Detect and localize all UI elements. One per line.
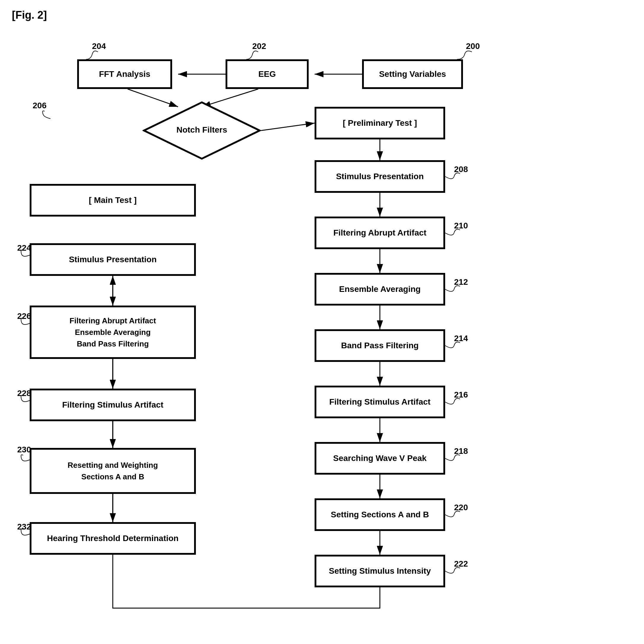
svg-text:Notch Filters: Notch Filters (176, 125, 227, 134)
resetting-weighting-box: Resetting and Weighting Sections A and B (30, 448, 196, 494)
setting-variables-box: Setting Variables (362, 59, 463, 89)
eeg-box: EEG (225, 59, 308, 89)
filtering-stimulus-artifact-right-box: Filtering Stimulus Artifact (314, 386, 445, 418)
ref-200: 200 (466, 42, 480, 51)
ref-218: 218 (454, 446, 468, 456)
ref-204: 204 (92, 42, 106, 51)
hearing-threshold-determination-box: Hearing Threshold Determination (30, 522, 196, 555)
band-pass-filtering-right-box: Band Pass Filtering (314, 329, 445, 362)
preliminary-test-box: [ Preliminary Test ] (314, 107, 445, 139)
searching-wave-v-peak-box: Searching Wave V Peak (314, 442, 445, 475)
stimulus-presentation-right-box: Stimulus Presentation (314, 160, 445, 193)
ref-232: 232 (17, 522, 31, 532)
ref-212: 212 (454, 277, 468, 287)
ref-214: 214 (454, 334, 468, 343)
ref-208: 208 (454, 165, 468, 174)
ref-228: 228 (17, 389, 31, 398)
ref-202: 202 (252, 42, 266, 51)
fig-label: [Fig. 2] (12, 9, 47, 21)
ref-230: 230 (17, 445, 31, 454)
filtering-stimulus-artifact-left-box: Filtering Stimulus Artifact (30, 389, 196, 421)
notch-filters-diamond: Notch Filters (142, 101, 261, 160)
ref-222: 222 (454, 559, 468, 569)
filter-combo-left-box: Filtering Abrupt Artifact Ensemble Avera… (30, 306, 196, 359)
ref-226: 226 (17, 311, 31, 321)
svg-line-6 (261, 123, 314, 131)
filtering-abrupt-artifact-right-box: Filtering Abrupt Artifact (314, 217, 445, 249)
ref-224: 224 (17, 243, 31, 253)
stimulus-presentation-left-box: Stimulus Presentation (30, 243, 196, 276)
ref-210: 210 (454, 221, 468, 230)
fft-analysis-box: FFT Analysis (77, 59, 172, 89)
ensemble-averaging-right-box: Ensemble Averaging (314, 273, 445, 306)
ref-220: 220 (454, 503, 468, 512)
setting-stimulus-intensity-box: Setting Stimulus Intensity (314, 555, 445, 587)
ref-206: 206 (33, 101, 47, 110)
ref-216: 216 (454, 390, 468, 400)
main-test-box: [ Main Test ] (30, 184, 196, 217)
diamond-svg: Notch Filters (142, 101, 261, 160)
setting-sections-right-box: Setting Sections A and B (314, 498, 445, 531)
